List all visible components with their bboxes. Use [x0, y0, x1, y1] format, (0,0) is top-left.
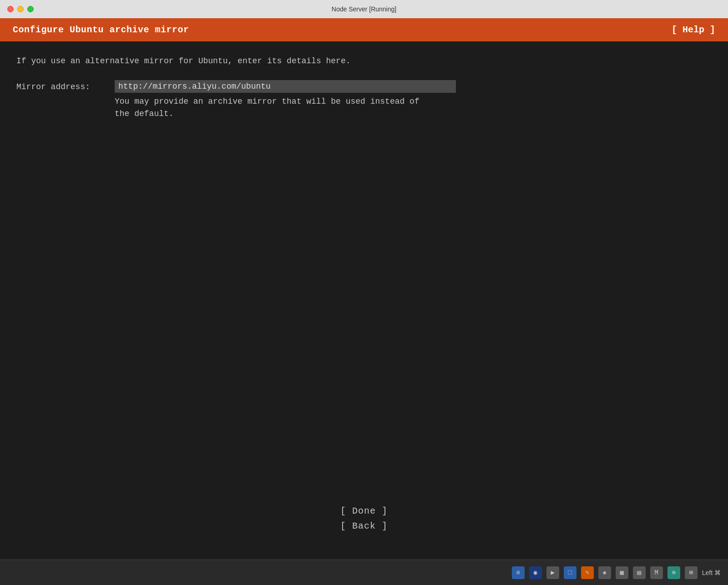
taskbar-icon-6[interactable]: ◈ [598, 566, 611, 579]
taskbar-icon-4[interactable]: □ [564, 566, 576, 579]
mirror-label: Mirror address: [16, 80, 107, 93]
close-button[interactable] [7, 6, 14, 12]
taskbar-icon-10[interactable]: ⊕ [667, 566, 680, 579]
taskbar-icon-2[interactable]: ◉ [529, 566, 542, 579]
hint-line1: You may provide an archive mirror that w… [115, 97, 420, 106]
keyboard-shortcut-label: Left ⌘ [702, 569, 721, 576]
dialog-title: Configure Ubuntu archive mirror [13, 25, 189, 35]
taskbar-icon-5[interactable]: ✎ [581, 566, 594, 579]
terminal-window: Configure Ubuntu archive mirror [ Help ]… [0, 18, 728, 560]
taskbar-icon-1[interactable]: ⊙ [512, 566, 525, 579]
taskbar-icon-8[interactable]: ▤ [633, 566, 646, 579]
window-title: Node Server [Running] [332, 5, 396, 13]
mirror-address-input[interactable] [115, 80, 456, 93]
hint-line2: the default. [115, 109, 174, 118]
title-bar: Node Server [Running] [0, 0, 728, 18]
taskbar-icon-11[interactable]: ⊞ [685, 566, 698, 579]
curses-dialog: Configure Ubuntu archive mirror [ Help ]… [0, 18, 728, 560]
mirror-address-row: Mirror address: You may provide an archi… [16, 80, 712, 120]
minimize-button[interactable] [17, 6, 24, 12]
mirror-input-container: You may provide an archive mirror that w… [115, 80, 712, 120]
dialog-header: Configure Ubuntu archive mirror [ Help ] [0, 18, 728, 41]
taskbar-icon-3[interactable]: ▶ [546, 566, 559, 579]
window-controls [7, 6, 34, 12]
dialog-body: If you use an alternative mirror for Ubu… [0, 41, 728, 505]
instruction-text: If you use an alternative mirror for Ubu… [16, 55, 712, 67]
help-button[interactable]: [ Help ] [672, 25, 715, 35]
mirror-hint: You may provide an archive mirror that w… [115, 96, 712, 120]
dialog-buttons: [ Done ] [ Back ] [0, 505, 728, 560]
back-button[interactable]: [ Back ] [340, 520, 388, 532]
taskbar-icon-7[interactable]: ▦ [616, 566, 628, 579]
maximize-button[interactable] [27, 6, 34, 12]
done-button[interactable]: [ Done ] [340, 505, 388, 517]
taskbar: ⊙ ◉ ▶ □ ✎ ◈ ▦ ▤ M ⊕ ⊞ Left ⌘ [0, 560, 728, 585]
taskbar-icon-9[interactable]: M [650, 566, 663, 579]
